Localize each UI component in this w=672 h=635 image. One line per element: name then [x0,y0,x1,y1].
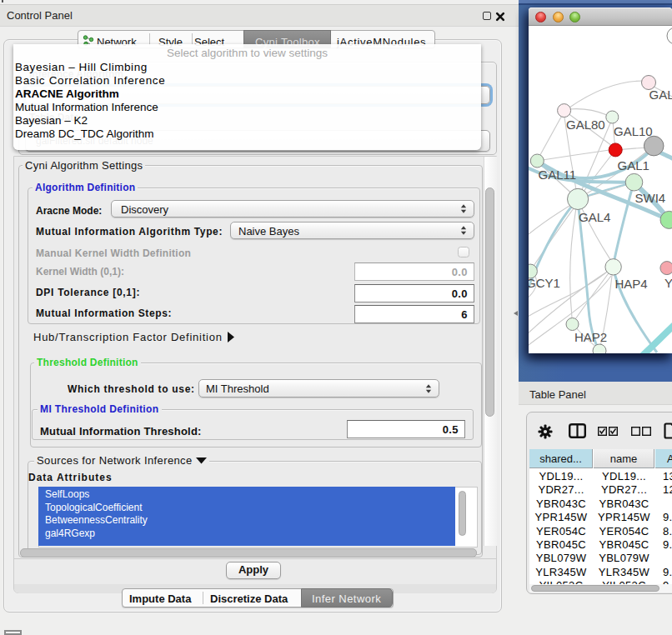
svg-text:GAL10: GAL10 [614,124,653,138]
svg-text:Y: Y [664,276,672,290]
svg-text:HAP4: HAP4 [615,277,648,291]
svg-text:GAL7: GAL7 [649,88,672,102]
svg-text:GAL80: GAL80 [566,118,605,132]
svg-text:GAL1: GAL1 [618,158,649,172]
svg-text:GCY1: GCY1 [529,276,560,290]
svg-text:SWI4: SWI4 [635,191,666,205]
svg-text:GAL4: GAL4 [579,210,610,224]
svg-text:GAL11: GAL11 [539,168,577,182]
svg-text:HAP2: HAP2 [574,330,607,344]
